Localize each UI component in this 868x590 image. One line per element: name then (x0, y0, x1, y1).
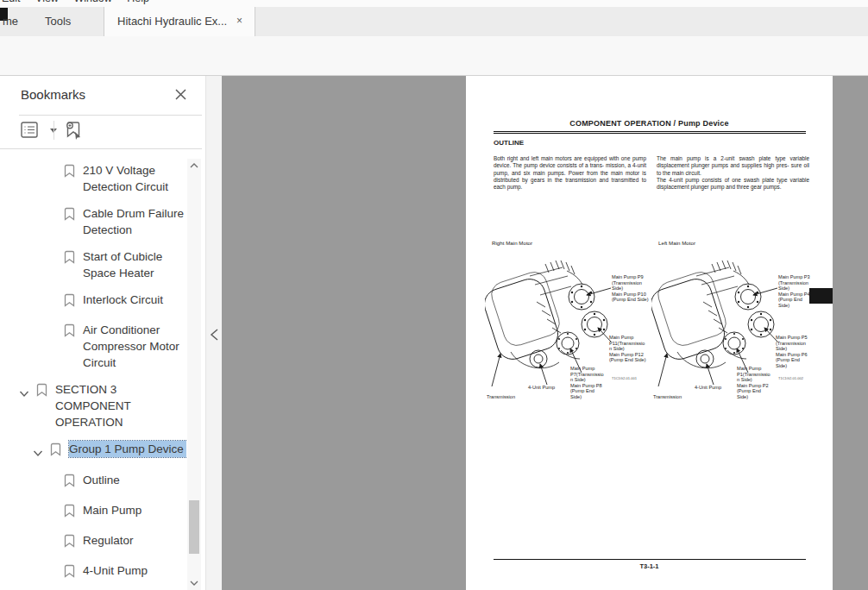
bookmark-icon (50, 442, 61, 461)
bookmark-icon (64, 564, 75, 582)
bookmark-label: Interlock Circuit (83, 292, 163, 308)
body-text-left-column: Both right and left main motors are equi… (494, 155, 646, 191)
tab-close-icon[interactable]: × (236, 16, 246, 26)
bookmark-icon (64, 164, 75, 182)
menu-view[interactable]: View (35, 0, 59, 4)
bookmark-icon (64, 323, 75, 342)
bookmark-icon (64, 474, 75, 492)
bookmark-icon (64, 207, 75, 225)
outline-heading: OUTLINE (494, 139, 524, 147)
menu-edit[interactable]: Edit (2, 0, 21, 4)
scrollbar-thumb[interactable] (189, 500, 199, 554)
chevron-down-icon[interactable] (33, 445, 43, 461)
figure-code: T1C1G2-01-001 (612, 376, 637, 380)
bookmark-item[interactable]: 210 V Voltage Detection Circuit (0, 162, 186, 195)
bookmark-label: 4-Unit Pump (83, 562, 148, 579)
bookmark-item[interactable]: Main Pump (0, 502, 186, 522)
page-footer-number: T3-1-1 (466, 562, 833, 570)
chevron-down-icon[interactable] (19, 386, 29, 402)
label-4-unit-pump: 4-Unit Pump (695, 385, 738, 391)
bookmark-item[interactable]: Regulator (0, 532, 186, 552)
label-main-pump-p1-p2: Main Pump P1(Transmissio n Side) Main Pu… (737, 366, 780, 400)
panel-collapse-strip (205, 76, 222, 590)
main-toolbar: 303 / 392 46.7% (0, 36, 868, 76)
label-transmission: Transmission (653, 394, 696, 400)
label-transmission: Transmission (487, 394, 530, 400)
diagram-right-main-motor: Right Main Motor Main Pump P9 (Transmiss… (485, 240, 656, 411)
bookmark-label: Outline (83, 472, 120, 488)
panel-divider (0, 148, 202, 149)
bookmark-icon (36, 383, 47, 401)
bookmarks-scrollbar[interactable] (187, 159, 201, 590)
bookmark-label: Air Conditioner Compressor Motor Circuit (83, 322, 185, 371)
bookmark-item[interactable]: Outline (0, 472, 186, 492)
diagram-title: Right Main Motor (492, 240, 532, 246)
tab-document-label: Hitachi Hydraulic Ex... (117, 15, 227, 28)
expand-current-bookmark-icon[interactable] (64, 119, 83, 140)
label-main-pump-p7-p8: Main Pump P7(Transmissio n Side) Main Pu… (570, 366, 613, 400)
document-viewport[interactable]: COMPONENT OPERATION / Pump Device OUTLIN… (222, 76, 868, 590)
pdf-page: COMPONENT OPERATION / Pump Device OUTLIN… (466, 76, 833, 590)
header-rule (494, 131, 806, 134)
section-tab-marker (809, 288, 833, 304)
label-4-unit-pump: 4-Unit Pump (528, 385, 571, 391)
label-main-pump-p11-p12: Main Pump P11(Transmissio n Side) Main P… (609, 335, 657, 363)
tab-home[interactable]: me (3, 7, 18, 36)
panel-close-icon[interactable] (174, 88, 187, 101)
bookmark-tree: 210 V Voltage Detection CircuitCable Dru… (0, 162, 186, 590)
bookmark-label: SECTION 3 COMPONENT OPERATION (55, 381, 157, 430)
bookmark-label: 210 V Voltage Detection Circuit (83, 162, 185, 195)
bookmark-label: Regulator (83, 532, 134, 549)
panel-divider (19, 115, 202, 116)
menu-window[interactable]: Window (73, 0, 111, 4)
diagram-title: Left Main Motor (658, 240, 695, 246)
bookmark-item[interactable]: Interlock Circuit (0, 292, 186, 311)
bookmark-icon (64, 293, 75, 311)
acrobat-window: Edit View Window Help me Tools Hitachi H… (0, 0, 868, 590)
bookmark-icon (64, 534, 75, 552)
bookmark-label: Start of Cubicle Space Heater (83, 248, 185, 281)
bookmark-item[interactable]: 4-Unit Pump (0, 562, 186, 582)
panel-toolbar-separator (53, 121, 54, 140)
figure-code: T1C1G2-01-002 (778, 376, 803, 380)
menu-help[interactable]: Help (127, 0, 149, 4)
bookmark-icon (64, 504, 75, 522)
bookmark-item[interactable]: Start of Cubicle Space Heater (0, 248, 186, 281)
label-main-pump-p5-p6: Main Pump P5 (Transmission Side) Main Pu… (776, 335, 824, 369)
tab-bar: me Tools Hitachi Hydraulic Ex... × (0, 7, 868, 36)
diagram-left-main-motor: Left Main Motor Main Pump P3 (Transmissi… (651, 240, 822, 411)
bookmark-item[interactable]: Air Conditioner Compressor Motor Circuit (0, 322, 186, 371)
bookmark-icon (64, 250, 75, 268)
bookmark-label: Cable Drum Failure Detection (83, 205, 185, 238)
menu-bar: Edit View Window Help (0, 0, 868, 7)
scroll-up-icon[interactable] (189, 160, 199, 171)
bookmark-item[interactable]: Group 1 Pump Device (0, 441, 186, 461)
bookmark-item[interactable]: Cable Drum Failure Detection (0, 205, 186, 238)
page-header-title: COMPONENT OPERATION / Pump Device (466, 119, 833, 128)
bookmarks-panel: Bookmarks 210 V Voltage Detection Circui… (0, 76, 205, 590)
bookmarks-panel-title: Bookmarks (21, 87, 85, 102)
footer-rule (494, 559, 806, 560)
collapse-panel-icon[interactable] (210, 328, 219, 342)
tab-document[interactable]: Hitachi Hydraulic Ex... × (104, 7, 255, 36)
body-text-right-column: The main pump is a 2-unit swash plate ty… (657, 155, 809, 191)
bookmark-label: Group 1 Pump Device (69, 441, 186, 457)
bookmark-item[interactable]: SECTION 3 COMPONENT OPERATION (0, 381, 186, 430)
scroll-down-icon[interactable] (189, 578, 199, 588)
bookmark-label: Main Pump (83, 502, 142, 518)
tab-tools[interactable]: Tools (45, 7, 71, 36)
